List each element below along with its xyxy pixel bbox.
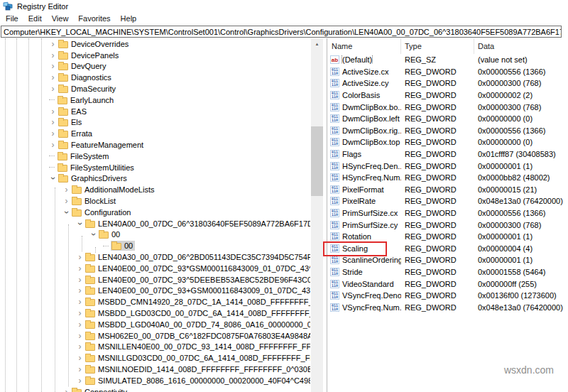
- value-row[interactable]: 011 110StrideREG_DWORD0x00001558 (5464): [328, 266, 568, 278]
- tree-item[interactable]: Errata: [58, 129, 94, 138]
- chevron-right-icon[interactable]: ›: [48, 62, 58, 70]
- tree-item[interactable]: LEN40A00_00_07DC_06^31803640F5EF5089A772…: [84, 219, 310, 229]
- tree-item[interactable]: LEN40E00_00_07DC_93+GSM000116843009_01_0…: [84, 285, 310, 295]
- address-bar[interactable]: Computer\HKEY_LOCAL_MACHINE\SYSTEM\Contr…: [1, 26, 562, 38]
- tree-item[interactable]: 00: [98, 229, 122, 239]
- value-row[interactable]: 011 110PixelRateREG_DWORD0x048e13a0 (764…: [328, 195, 568, 207]
- value-row[interactable]: 011 110HSyncFreq.Num...REG_DWORD0x0000bb…: [328, 172, 568, 184]
- tree-row[interactable]: ›DevicePanels: [0, 50, 310, 61]
- chevron-right-icon[interactable]: ›: [48, 141, 58, 148]
- chevron-down-icon[interactable]: ›: [90, 230, 97, 239]
- menu-item-file[interactable]: File: [1, 13, 23, 24]
- chevron-right-icon[interactable]: ›: [48, 108, 58, 115]
- value-row[interactable]: 011 110DwmClipBox.topREG_DWORD0x00000000…: [328, 136, 568, 148]
- menu-item-view[interactable]: View: [47, 13, 74, 24]
- tree-row[interactable]: ›GraphicsDrivers: [0, 173, 310, 185]
- column-header-data[interactable]: Data: [474, 38, 568, 54]
- value-row[interactable]: ab(Default)REG_SZ(value not set): [328, 54, 568, 66]
- scrollbar-thumb[interactable]: [311, 126, 323, 196]
- tree-row[interactable]: ›BlockList: [0, 195, 310, 207]
- tree-row[interactable]: FileSystem: [0, 151, 310, 162]
- chevron-right-icon[interactable]: ›: [75, 366, 84, 373]
- value-row[interactable]: 011 110ActiveSize.cyREG_DWORD0x00000300 …: [328, 77, 568, 89]
- tree-item[interactable]: MSNILLGD03CD0_00_07DC_6A_1414_008D_FFFFF…: [84, 353, 310, 363]
- tree-row[interactable]: ›LEN40E00_00_07DC_93*GSM000116843009_01_…: [0, 263, 310, 274]
- chevron-down-icon[interactable]: ›: [63, 207, 70, 217]
- tree-row[interactable]: 00: [0, 240, 310, 251]
- tree-item[interactable]: EAS: [58, 107, 89, 116]
- menu-item-favorites[interactable]: Favorites: [73, 13, 115, 24]
- column-header-name[interactable]: Name: [328, 38, 401, 54]
- value-row[interactable]: 011 110FlagsREG_DWORD0x01cfff87 (3040858…: [328, 148, 568, 160]
- chevron-right-icon[interactable]: ›: [48, 74, 58, 81]
- tree-item[interactable]: Els: [58, 117, 84, 127]
- tree-row[interactable]: ›DmaSecurity: [0, 83, 310, 94]
- tree-row[interactable]: ›FeatureManagement: [0, 139, 310, 151]
- chevron-right-icon[interactable]: ›: [75, 332, 84, 339]
- tree-item[interactable]: DeviceOverrides: [58, 39, 131, 49]
- chevron-right-icon[interactable]: ›: [75, 254, 84, 261]
- tree-row[interactable]: ›MSH062E0_00_07DB_C6^182FDC0875F0A76803E…: [0, 330, 310, 342]
- tree-row[interactable]: ›00: [0, 229, 310, 241]
- tree-row[interactable]: ›Diagnostics: [0, 72, 310, 83]
- tree-row[interactable]: ›SIMULATED_8086_1616_00000000_00020000_4…: [0, 375, 310, 386]
- tree-row[interactable]: ›LEN40A30_00_07DD_06^2BD051143DEC35C7394…: [0, 251, 310, 263]
- value-row[interactable]: 011 110VSyncFreq.Deno...REG_DWORD0x00136…: [328, 290, 568, 302]
- tree-row[interactable]: ›DeviceOverrides: [0, 38, 310, 50]
- tree-row[interactable]: ›DevQuery: [0, 61, 310, 72]
- value-row[interactable]: 011 110PrimSurfSize.cyREG_DWORD0x0000030…: [328, 219, 568, 231]
- tree-item[interactable]: MSBDD_LGD040A0_00_07DD_74_8086_0A16_0000…: [84, 320, 310, 330]
- chevron-right-icon[interactable]: ›: [75, 265, 84, 272]
- chevron-right-icon[interactable]: ›: [48, 130, 58, 137]
- menu-item-help[interactable]: Help: [116, 13, 142, 24]
- chevron-right-icon[interactable]: ›: [75, 287, 84, 294]
- tree-item[interactable]: SIMULATED_8086_1616_00000000_00020000_40…: [84, 376, 310, 386]
- tree-item[interactable]: GraphicsDrivers: [58, 173, 129, 183]
- tree-item[interactable]: DevQuery: [58, 61, 109, 71]
- tree-row[interactable]: ›MSNILLGD03CD0_00_07DC_6A_1414_008D_FFFF…: [0, 352, 310, 364]
- tree-row[interactable]: ›MSBDD_CMN14920_28_07DC_1A_1414_008D_FFF…: [0, 296, 310, 307]
- chevron-right-icon[interactable]: ›: [62, 197, 71, 205]
- tree-item[interactable]: BlockList: [71, 196, 118, 206]
- value-row[interactable]: 011 110HSyncFreq.Den...REG_DWORD0x000000…: [328, 160, 568, 172]
- chevron-right-icon[interactable]: ›: [62, 186, 71, 193]
- tree-row[interactable]: ›Configuration: [0, 207, 310, 218]
- tree-item[interactable]: Connectivity: [71, 387, 129, 392]
- column-header-type[interactable]: Type: [401, 38, 474, 54]
- tree-row[interactable]: ›LEN40A00_00_07DC_06^31803640F5EF5089A77…: [0, 218, 310, 229]
- tree-item[interactable]: Configuration: [71, 207, 133, 217]
- value-row[interactable]: 011 110VSyncFreq.Num...REG_DWORD0x048e13…: [328, 301, 568, 313]
- value-row[interactable]: 011 110ColorBasisREG_DWORD0x00000002 (2): [328, 89, 568, 102]
- tree-row[interactable]: ›AdditionalModeLists: [0, 184, 310, 195]
- tree-item[interactable]: DevicePanels: [58, 50, 121, 60]
- value-row[interactable]: 011 110PrimSurfSize.cxREG_DWORD0x0000055…: [328, 207, 568, 219]
- tree-scrollbar[interactable]: ▲: [311, 38, 323, 392]
- tree-row[interactable]: FileSystemUtilities: [0, 162, 310, 173]
- chevron-right-icon[interactable]: ›: [48, 85, 58, 92]
- tree-row[interactable]: ›MSBDD_LGD040A0_00_07DD_74_8086_0A16_000…: [0, 319, 310, 330]
- tree-row[interactable]: ›EAS: [0, 106, 310, 117]
- tree-row[interactable]: EarlyLaunch: [0, 94, 310, 106]
- tree-item[interactable]: MSBDD_CMN14920_28_07DC_1A_1414_008D_FFFF…: [84, 297, 310, 307]
- tree-item[interactable]: MSH062E0_00_07DB_C6^182FDC0875F0A76803E4…: [84, 331, 310, 341]
- tree-item[interactable]: 00: [111, 241, 135, 251]
- value-row[interactable]: 011 110DwmClipBox.bo...REG_DWORD0x000003…: [328, 101, 568, 113]
- chevron-right-icon[interactable]: ›: [48, 40, 58, 48]
- tree-row[interactable]: ›Errata: [0, 128, 310, 139]
- tree-row[interactable]: ›Els: [0, 117, 310, 129]
- chevron-right-icon[interactable]: ›: [75, 310, 84, 317]
- tree-item[interactable]: MSNILNOEDID_1414_008D_FFFFFFFF_FFFFFFFF_…: [84, 364, 310, 374]
- chevron-right-icon[interactable]: ›: [62, 388, 71, 392]
- chevron-right-icon[interactable]: ›: [75, 354, 84, 361]
- tree-item[interactable]: MSBDD_LGD03CD0_00_07DC_6A_1414_008D_FFFF…: [84, 308, 310, 318]
- tree-row[interactable]: ›LEN40E00_00_07DC_93+GSM000116843009_01_…: [0, 285, 310, 297]
- tree-item[interactable]: FileSystem: [57, 151, 111, 161]
- tree-item[interactable]: EarlyLaunch: [57, 95, 116, 105]
- chevron-right-icon[interactable]: ›: [48, 119, 58, 126]
- tree-item[interactable]: FeatureManagement: [58, 140, 146, 150]
- value-row[interactable]: 011 110DwmClipBox.leftREG_DWORD0x0000000…: [328, 113, 568, 125]
- tree-row[interactable]: ›MSBDD_LGD03CD0_00_07DC_6A_1414_008D_FFF…: [0, 307, 310, 319]
- value-row[interactable]: 011 110RotationREG_DWORD0x00000001 (1): [328, 231, 568, 243]
- tree-row[interactable]: ›MSNILNOEDID_1414_008D_FFFFFFFF_FFFFFFFF…: [0, 364, 310, 375]
- value-row[interactable]: 011 110VideoStandardREG_DWORD0x000000ff …: [328, 278, 568, 290]
